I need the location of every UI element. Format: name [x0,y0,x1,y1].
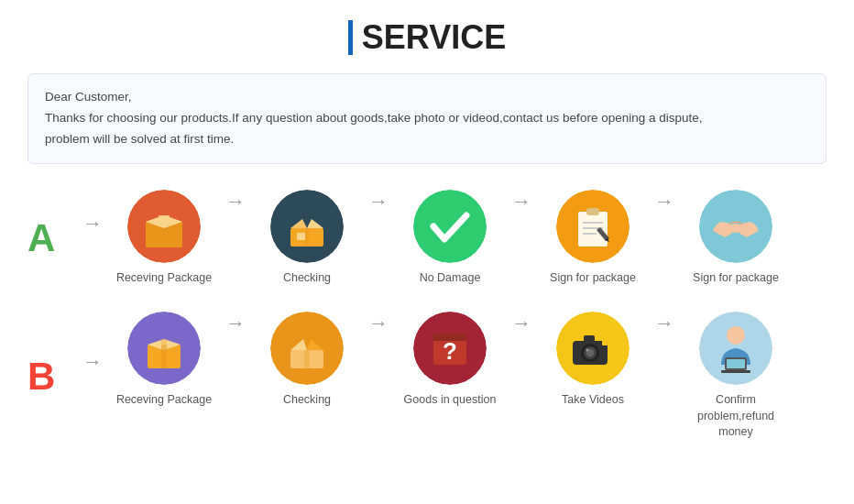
arrow-b-2: → [368,312,389,335]
arrow-b-start: → [82,350,103,374]
flow-a-label-4: Sign for package [550,270,636,287]
svg-point-29 [270,312,344,385]
title-text: SERVICE [362,18,506,57]
icon-box-orange-red [127,190,201,263]
icon-handshake-blue [699,190,772,263]
arrow-b-1: → [225,312,246,335]
icon-camera-yellow [556,312,630,385]
svg-point-7 [270,190,344,263]
arrow-a-start: → [82,212,103,236]
svg-text:?: ? [443,337,457,365]
flow-b-label-5: Confirm problem,refund money [676,392,795,441]
notice-line3: problem will be solved at first time. [45,129,809,150]
page-title: SERVICE [27,18,827,57]
notice-box: Dear Customer, Thanks for choosing our p… [27,73,827,164]
icon-box-purple [127,312,201,385]
svg-rect-44 [584,335,595,342]
flow-b-label-3: Goods in question [404,392,497,409]
svg-rect-49 [727,359,745,368]
flow-a-step-4: Sign for package [533,190,652,287]
flow-a: A → Receving Package [27,190,827,287]
arrow-a-1: → [225,190,246,214]
svg-rect-50 [721,370,750,373]
flow-b-label-1: Receving Package [116,392,212,409]
svg-point-23 [729,224,742,233]
svg-rect-33 [304,350,310,368]
icon-person-blue [699,312,772,385]
flow-a-label: A [27,216,71,260]
flow-a-label-1: Receving Package [116,270,212,287]
icon-sign-orange [556,190,630,263]
icon-question-red: ? [413,312,487,385]
flow-a-step-5: Sign for package [676,190,795,287]
notice-line2: Thanks for choosing our products.If any … [45,108,809,129]
flow-b-step-3: ? Goods in question [390,312,509,409]
svg-point-47 [727,326,745,345]
svg-rect-16 [586,208,599,215]
svg-point-13 [413,190,487,263]
arrow-a-2: → [368,190,389,214]
flow-b-step-2: Checking [247,312,367,409]
flow-a-step-2: Checking [247,190,367,287]
svg-rect-12 [297,233,305,240]
notice-line1: Dear Customer, [45,87,809,108]
flow-b-label-2: Checking [283,392,331,409]
flow-b-step-1: Receving Package [104,312,224,409]
arrow-a-4: → [654,190,674,214]
icon-checkmark-green [413,190,487,263]
svg-rect-11 [305,228,309,247]
flow-b: B → Receving Package → [27,312,827,441]
icon-box-orange-open [270,312,344,385]
flow-a-items: Receving Package → [104,190,827,287]
arrow-b-4: → [654,312,674,335]
title-accent-bar [348,20,353,55]
flow-b-label: B [27,355,71,399]
flow-a-step-3: No Damage [390,190,509,287]
arrow-b-3: → [511,312,531,335]
flow-a-label-5: Sign for package [693,270,779,287]
svg-rect-28 [161,339,167,368]
svg-rect-45 [602,341,609,345]
flow-a-label-3: No Damage [420,270,481,287]
flow-a-step-1: Receving Package [104,190,224,287]
flow-b-step-4: Take Videos [533,312,652,409]
flow-b-step-5: Confirm problem,refund money [676,312,795,441]
flow-b-label-4: Take Videos [562,392,624,409]
arrow-a-3: → [511,190,531,214]
svg-point-43 [586,349,589,352]
icon-box-dark [270,190,344,263]
flow-b-items: Receving Package → Checking → [104,312,827,441]
flow-a-label-2: Checking [283,270,331,287]
